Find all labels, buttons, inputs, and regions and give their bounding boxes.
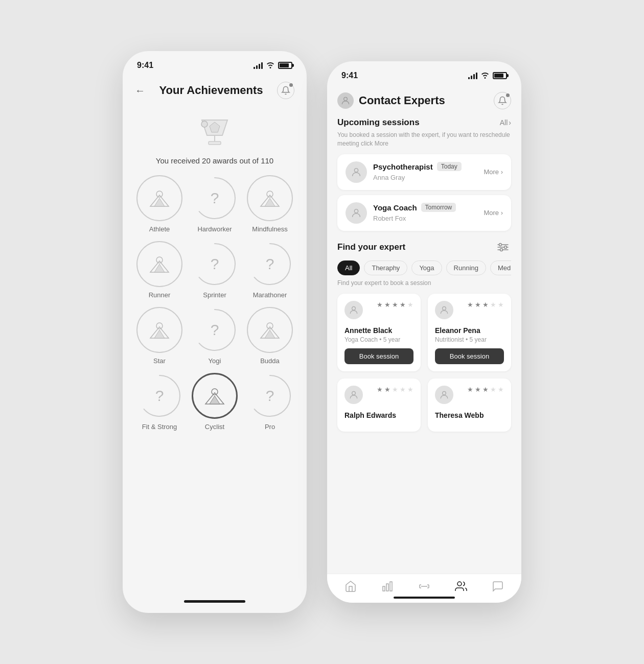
book-session-button[interactable]: Book session	[435, 348, 504, 364]
svg-text:?: ?	[266, 255, 274, 272]
achievement-hardworker: ? Hardworker	[190, 175, 239, 233]
filter-button[interactable]	[495, 239, 511, 255]
back-button[interactable]: ←	[135, 85, 145, 97]
nav-stats[interactable]	[381, 580, 394, 592]
time-left: 9:41	[137, 61, 153, 70]
user-avatar	[337, 92, 354, 109]
find-expert-title: Find your expert	[337, 242, 405, 252]
signal-icon	[254, 62, 263, 69]
svg-rect-42	[383, 586, 385, 591]
upcoming-subtitle: You booked a session with the expert, if…	[337, 131, 511, 148]
achievement-label: Star	[153, 357, 166, 365]
nav-contacts[interactable]	[455, 580, 467, 592]
expert-name: Eleanor Pena	[435, 326, 504, 335]
svg-text:?: ?	[211, 189, 219, 206]
session-avatar	[346, 202, 367, 224]
session-more-btn[interactable]: More ›	[484, 209, 503, 217]
filter-tab-running[interactable]: Running	[446, 260, 486, 275]
notification-button-right[interactable]	[494, 92, 511, 109]
achievement-label: Cyclist	[205, 423, 224, 431]
achievement-label: Hardworker	[197, 225, 232, 233]
achievement-label: Mindfulness	[252, 225, 287, 233]
star-rating: ★ ★ ★ ★ ★	[377, 301, 413, 309]
status-bar-right: 9:41	[327, 61, 521, 87]
page-title-right: Contact Experts	[359, 94, 445, 107]
session-badge: Tomorrow	[421, 203, 456, 212]
book-session-button[interactable]: Book session	[344, 348, 413, 364]
star-rating: ★ ★ ★ ★ ★	[467, 386, 504, 393]
filter-tab-all[interactable]: All	[337, 260, 360, 275]
trophy-area	[135, 107, 294, 156]
all-link[interactable]: All ›	[500, 118, 511, 127]
upcoming-title: Upcoming sessions	[337, 117, 420, 128]
expert-avatar	[435, 386, 453, 404]
session-card-psychotherapist[interactable]: Psychotherapist Today Anna Gray More ›	[337, 154, 511, 190]
svg-point-30	[354, 168, 358, 172]
svg-point-25	[212, 389, 218, 395]
svg-point-41	[443, 391, 446, 395]
notification-button[interactable]	[277, 82, 294, 99]
awards-text: You received 20 awards out of 110	[135, 156, 294, 165]
battery-icon	[278, 62, 292, 69]
filter-tab-yoga[interactable]: Yoga	[411, 260, 442, 275]
session-card-yoga[interactable]: Yoga Coach Tomorrow Robert Fox More ›	[337, 195, 511, 231]
achievement-label: Sprinter	[203, 291, 226, 299]
svg-rect-44	[390, 582, 392, 591]
achievement-grid: Athlete ? Hardworker	[135, 175, 294, 431]
svg-point-36	[504, 246, 507, 248]
session-badge: Today	[437, 162, 462, 171]
svg-point-17	[156, 323, 163, 329]
svg-rect-4	[209, 141, 221, 145]
achievement-mindfulness: Mindfulness	[245, 175, 294, 233]
time-right: 9:41	[341, 71, 358, 80]
star-rating: ★ ★ ★ ★ ★	[377, 386, 413, 393]
star-rating: ★ ★ ★ ★ ★	[467, 301, 504, 309]
achievement-cyclist: Cyclist	[190, 373, 239, 431]
expert-grid: ★ ★ ★ ★ ★ Annette Black Yoga Coach • 5 y…	[337, 294, 511, 432]
right-header: Contact Experts	[337, 87, 511, 117]
svg-point-29	[344, 97, 348, 101]
svg-text:?: ?	[211, 321, 219, 338]
status-bar-left: 9:41	[123, 51, 307, 77]
achievement-marathoner: ? Marathoner	[245, 241, 294, 299]
svg-point-38	[352, 306, 356, 310]
filter-tab-meditation[interactable]: Meditation	[490, 260, 511, 275]
home-indicator-left	[184, 600, 245, 603]
svg-point-40	[352, 391, 356, 395]
svg-point-12	[156, 257, 163, 263]
session-more-btn[interactable]: More ›	[484, 168, 503, 176]
expert-avatar	[435, 301, 453, 319]
expert-name: Theresa Webb	[435, 411, 504, 419]
left-header: ← Your Achievements	[135, 77, 294, 107]
svg-point-39	[443, 306, 446, 310]
session-name: Yoga Coach	[373, 203, 417, 212]
achievement-athlete: Athlete	[135, 175, 184, 233]
svg-point-9	[267, 191, 273, 197]
page-title-left: Your Achievements	[159, 84, 263, 97]
expert-card-theresa[interactable]: ★ ★ ★ ★ ★ Theresa Webb	[428, 378, 511, 432]
achievement-label: Budda	[260, 357, 280, 365]
expert-card-annette[interactable]: ★ ★ ★ ★ ★ Annette Black Yoga Coach • 5 y…	[337, 294, 421, 371]
battery-icon	[493, 72, 507, 79]
session-sub: Robert Fox	[373, 215, 406, 222]
svg-point-21	[267, 323, 273, 329]
expert-role: Yoga Coach • 5 year	[344, 336, 413, 343]
achievement-runner: Runner	[135, 241, 184, 299]
left-phone: 9:41 ← Your Achievements	[123, 51, 307, 613]
expert-card-eleanor[interactable]: ★ ★ ★ ★ ★ Eleanor Pena Nutritionist • 5 …	[428, 294, 511, 371]
find-expert-subtitle: Find your expert to book a session	[337, 279, 511, 287]
signal-icon	[468, 72, 477, 79]
session-name: Psychotherapist	[373, 162, 433, 171]
session-sub: Anna Gray	[373, 174, 405, 181]
nav-workout[interactable]	[418, 580, 430, 592]
svg-text:?: ?	[211, 255, 219, 272]
expert-card-ralph[interactable]: ★ ★ ★ ★ ★ Ralph Edwards	[337, 378, 421, 432]
expert-name: Ralph Edwards	[344, 411, 413, 419]
nav-home[interactable]	[344, 580, 357, 592]
right-phone: 9:41	[327, 61, 521, 603]
home-indicator-right	[394, 597, 455, 599]
nav-chat[interactable]	[492, 580, 504, 592]
achievement-sprinter: ? Sprinter	[190, 241, 239, 299]
svg-text:?: ?	[266, 387, 274, 404]
filter-tab-theraphy[interactable]: Theraphy	[364, 260, 407, 275]
